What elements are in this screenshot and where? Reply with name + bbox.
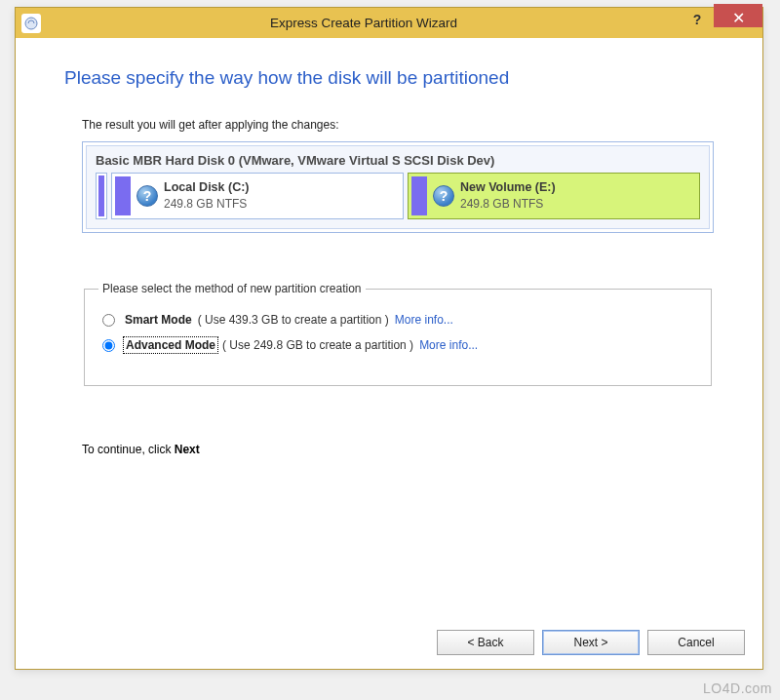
method-group: Please select the method of new partitio… <box>84 282 712 386</box>
button-bar: < Back Next > Cancel <box>437 630 745 655</box>
back-button[interactable]: < Back <box>437 630 534 655</box>
window-title: Express Create Partition Wizard <box>47 16 681 30</box>
partition-name: New Volume (E:) <box>460 179 556 196</box>
mode-label: Smart Mode <box>125 313 192 327</box>
mode-desc: ( Use 439.3 GB to create a partition ) <box>198 313 389 327</box>
option-advanced-mode[interactable]: Advanced Mode ( Use 249.8 GB to create a… <box>102 338 697 352</box>
result-label: The result you will get after applying t… <box>82 118 714 132</box>
help-button[interactable]: ? <box>681 8 714 31</box>
radio-advanced-mode[interactable] <box>102 339 115 352</box>
mode-label: Advanced Mode <box>125 338 216 352</box>
continue-hint: To continue, click Next <box>82 443 714 456</box>
disk-preview: Basic MBR Hard Disk 0 (VMware, VMware Vi… <box>82 141 714 233</box>
partition-size: 249.8 GB NTFS <box>164 196 250 212</box>
partition-name: Local Disk (C:) <box>164 179 250 196</box>
mode-desc: ( Use 249.8 GB to create a partition ) <box>222 338 413 352</box>
radio-smart-mode[interactable] <box>102 314 115 327</box>
titlebar: Express Create Partition Wizard ? ✕ <box>16 8 762 38</box>
next-button[interactable]: Next > <box>542 630 640 655</box>
partition-size: 249.8 GB NTFS <box>460 196 556 212</box>
volume-icon: ? <box>136 185 158 207</box>
partition-reserved[interactable] <box>96 173 107 219</box>
cancel-button[interactable]: Cancel <box>647 630 745 655</box>
method-legend: Please select the method of new partitio… <box>98 282 366 295</box>
partition-fill-icon <box>98 175 104 216</box>
more-info-link[interactable]: More info... <box>419 338 478 352</box>
partition-color-icon <box>411 176 427 215</box>
volume-icon: ? <box>433 185 454 207</box>
svg-point-0 <box>25 18 37 29</box>
disk-title: Basic MBR Hard Disk 0 (VMware, VMware Vi… <box>96 153 700 168</box>
partition-color-icon <box>115 176 131 215</box>
close-button[interactable]: ✕ <box>714 4 762 27</box>
content-area: Please specify the way how the disk will… <box>16 38 762 669</box>
wizard-window: Express Create Partition Wizard ? ✕ Plea… <box>15 7 763 670</box>
page-heading: Please specify the way how the disk will… <box>64 67 714 89</box>
option-smart-mode[interactable]: Smart Mode ( Use 439.3 GB to create a pa… <box>102 313 697 327</box>
app-icon <box>21 14 41 33</box>
watermark: LO4D.com <box>703 681 772 696</box>
partition-new-volume-e[interactable]: ? New Volume (E:) 249.8 GB NTFS <box>408 173 700 219</box>
more-info-link[interactable]: More info... <box>395 313 453 327</box>
partition-local-disk-c[interactable]: ? Local Disk (C:) 249.8 GB NTFS <box>111 173 404 219</box>
